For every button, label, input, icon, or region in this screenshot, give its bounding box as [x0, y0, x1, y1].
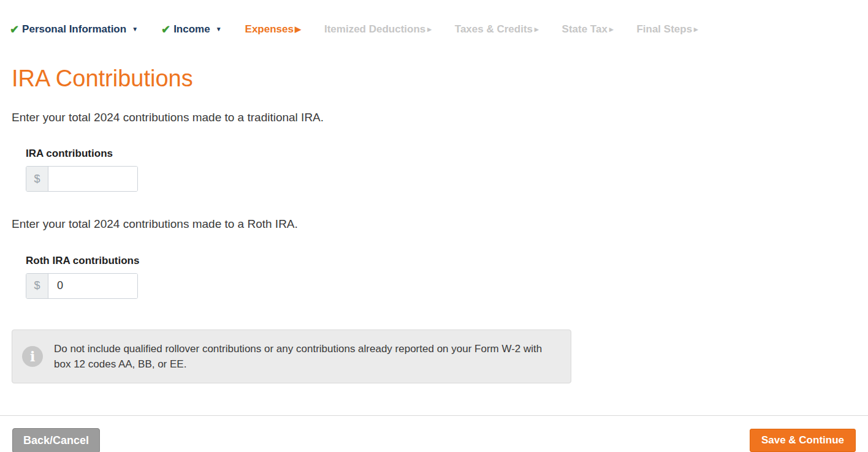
footer-bar: Back/Cancel Save & Continue	[0, 416, 868, 452]
save-continue-button[interactable]: Save & Continue	[750, 429, 856, 452]
nav-item-label: Personal Information	[22, 23, 126, 36]
arrow-right-icon: ▸	[535, 25, 539, 33]
check-icon: ✔	[10, 24, 19, 35]
roth-ira-label: Roth IRA contributions	[26, 255, 868, 267]
nav-item-itemized-deductions: Itemized Deductions ▸	[324, 23, 432, 36]
page-title: IRA Contributions	[12, 65, 868, 93]
nav-item-label: Itemized Deductions	[324, 23, 425, 36]
dollar-sign-prefix: $	[26, 167, 48, 191]
main-content: IRA Contributions Enter your total 2024 …	[0, 65, 868, 383]
progress-nav: ✔ Personal Information ▼ ✔ Income ▼ Expe…	[0, 0, 868, 43]
info-icon: i	[22, 346, 43, 367]
nav-item-label: State Tax	[562, 23, 607, 36]
arrow-right-icon: ▸	[694, 25, 698, 33]
traditional-ira-input[interactable]	[48, 167, 137, 191]
info-note-text: Do not include qualified rollover contri…	[54, 341, 556, 372]
nav-item-personal-information[interactable]: ✔ Personal Information ▼	[10, 23, 138, 36]
nav-item-label: Income	[173, 23, 210, 36]
nav-item-label: Taxes & Credits	[455, 23, 533, 36]
nav-item-expenses[interactable]: Expenses ▶	[245, 23, 301, 36]
nav-item-taxes-credits: Taxes & Credits ▸	[455, 23, 539, 36]
traditional-ira-instruction: Enter your total 2024 contributions made…	[12, 110, 868, 126]
traditional-ira-field-block: IRA contributions $	[26, 148, 868, 192]
roth-ira-input-group: $	[26, 273, 138, 299]
caret-down-icon: ▼	[132, 26, 138, 32]
arrow-right-icon: ▸	[427, 25, 432, 33]
check-icon: ✔	[161, 24, 170, 35]
nav-item-label: Expenses	[245, 23, 294, 36]
nav-item-state-tax: State Tax ▸	[562, 23, 614, 36]
dollar-sign-prefix: $	[26, 274, 48, 298]
roth-ira-field-block: Roth IRA contributions $	[26, 255, 868, 299]
roth-ira-input[interactable]	[48, 274, 137, 298]
info-note: i Do not include qualified rollover cont…	[12, 330, 571, 383]
traditional-ira-input-group: $	[26, 166, 138, 192]
back-cancel-button[interactable]: Back/Cancel	[12, 428, 100, 452]
arrow-right-icon: ▸	[609, 25, 614, 33]
roth-ira-instruction: Enter your total 2024 contributions made…	[12, 216, 868, 232]
arrow-right-icon: ▶	[295, 25, 301, 33]
nav-item-income[interactable]: ✔ Income ▼	[161, 23, 222, 36]
caret-down-icon: ▼	[216, 26, 222, 32]
nav-item-final-steps: Final Steps ▸	[636, 23, 698, 36]
traditional-ira-label: IRA contributions	[26, 148, 868, 160]
nav-item-label: Final Steps	[636, 23, 692, 36]
